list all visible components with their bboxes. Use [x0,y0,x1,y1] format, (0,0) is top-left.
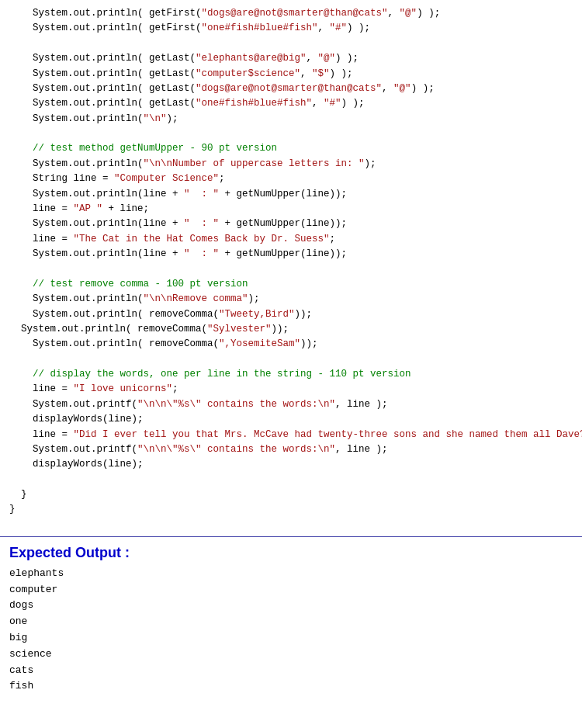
code-line: System.out.println( getFirst("dogs@are@n… [9,6,573,21]
code-line: } [9,487,573,502]
code-line: line = "AP " + line; [9,202,573,217]
code-line [9,36,573,51]
code-line: // display the words, one per line in th… [9,367,573,382]
code-line: System.out.println("\n\nNumber of upperc… [9,157,573,172]
code-line [9,262,573,276]
code-line: System.out.println(line + " : " + getNum… [9,217,573,231]
code-line: } [9,502,573,517]
code-line: line = "Did I ever tell you that Mrs. Mc… [9,428,573,442]
code-line: System.out.println(line + " : " + getNum… [9,247,573,262]
code-line: // test remove comma - 100 pt version [9,277,573,292]
code-line: System.out.println( removeComma("Sylvest… [9,322,573,337]
code-line: line = "I love unicorns"; [9,382,573,397]
expected-output-title: Expected Output : [9,545,573,561]
code-line: displayWords(line); [9,457,573,472]
code-line: line = "The Cat in the Hat Comes Back by… [9,232,573,247]
code-line: displayWords(line); [9,412,573,427]
code-line [9,352,573,367]
code-line [9,127,573,141]
code-line: String line = "Computer Science"; [9,172,573,186]
code-line: System.out.println( removeComma(",Yosemi… [9,337,573,352]
code-line: System.out.println( getLast("elephants@a… [9,51,573,66]
code-line: System.out.printf("\n\n\"%s\" contains t… [9,442,573,457]
code-section: System.out.println( getFirst("dogs@are@n… [0,0,582,530]
code-line [9,473,573,487]
code-line: System.out.printf("\n\n\"%s\" contains t… [9,397,573,412]
code-line: System.out.println("\n"); [9,112,573,127]
section-divider [0,536,582,537]
code-line: System.out.println( getLast("computer$sc… [9,67,573,81]
code-line: System.out.println("\n\nRemove comma"); [9,292,573,307]
expected-output-section: Expected Output : elephants computer dog… [0,542,582,728]
code-line: System.out.println( removeComma("Tweety,… [9,307,573,322]
code-line: System.out.println( getLast("dogs@are@no… [9,81,573,96]
code-line: // test method getNumUpper - 90 pt versi… [9,141,573,156]
code-line: System.out.println( getLast("one#fish#bl… [9,96,573,111]
expected-output-text: elephants computer dogs one big science … [9,566,573,728]
code-line: System.out.println(line + " : " + getNum… [9,187,573,202]
code-line: System.out.println( getFirst("one#fish#b… [9,21,573,36]
